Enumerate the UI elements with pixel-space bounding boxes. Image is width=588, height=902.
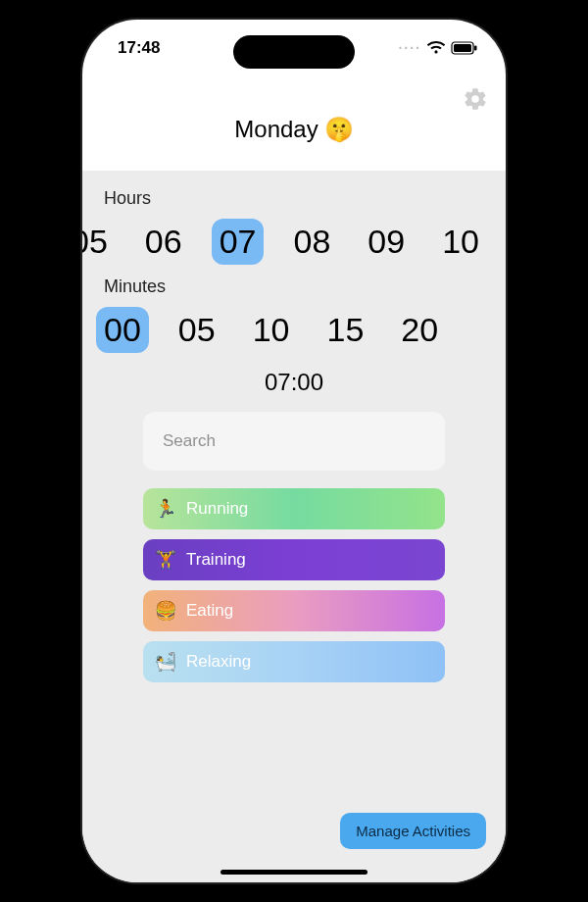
hours-label: Hours xyxy=(82,188,506,215)
home-indicator[interactable] xyxy=(220,870,368,875)
header: Monday 🤫 xyxy=(82,76,506,171)
search-input[interactable]: Search xyxy=(143,412,445,471)
activity-label: Running xyxy=(186,499,248,519)
minute-option[interactable]: 00 xyxy=(96,307,149,353)
page-title: Monday 🤫 xyxy=(234,116,353,143)
minutes-label: Minutes xyxy=(82,276,506,303)
eating-icon: 🍔 xyxy=(155,600,176,622)
minute-option[interactable]: 10 xyxy=(245,307,298,353)
svg-rect-1 xyxy=(454,44,471,52)
training-icon: 🏋️ xyxy=(155,549,176,571)
status-time: 17:48 xyxy=(118,38,160,58)
search-placeholder: Search xyxy=(163,431,216,450)
manage-activities-label: Manage Activities xyxy=(356,823,470,839)
hour-option[interactable]: 05 xyxy=(82,219,116,265)
activity-relaxing[interactable]: 🛀Relaxing xyxy=(143,641,445,682)
dynamic-island xyxy=(233,35,355,69)
minute-option[interactable]: 20 xyxy=(393,307,446,353)
screen: Monday 🤫 Hours 050607080910 Minutes 0005… xyxy=(82,20,506,882)
activity-training[interactable]: 🏋️Training xyxy=(143,539,445,580)
svg-rect-2 xyxy=(474,46,477,51)
wifi-icon xyxy=(427,41,445,55)
manage-activities-button[interactable]: Manage Activities xyxy=(340,813,486,849)
hour-option[interactable]: 08 xyxy=(285,219,338,265)
status-right: ···· xyxy=(398,40,478,56)
relaxing-icon: 🛀 xyxy=(155,651,176,673)
activity-running[interactable]: 🏃Running xyxy=(143,488,445,529)
hour-option[interactable]: 06 xyxy=(137,219,190,265)
hours-wheel[interactable]: 050607080910 xyxy=(82,215,506,271)
minute-option[interactable]: 15 xyxy=(318,307,371,353)
phone-frame: 17:48 ···· Monday 🤫 Hours 050607080910 M… xyxy=(82,20,506,882)
running-icon: 🏃 xyxy=(155,498,176,520)
activity-label: Relaxing xyxy=(186,652,251,672)
activity-label: Training xyxy=(186,550,246,570)
minutes-wheel[interactable]: 0005101520 xyxy=(82,303,506,359)
hour-option[interactable]: 07 xyxy=(212,219,265,265)
hour-option[interactable]: 09 xyxy=(360,219,413,265)
activity-label: Eating xyxy=(186,601,233,621)
page-title-text: Monday xyxy=(234,116,318,143)
hour-option[interactable]: 10 xyxy=(434,219,487,265)
minute-option[interactable]: 05 xyxy=(171,307,223,353)
picker-area: Hours 050607080910 Minutes 0005101520 07… xyxy=(82,171,506,882)
battery-icon xyxy=(451,41,478,55)
activity-list: 🏃Running🏋️Training🍔Eating🛀Relaxing xyxy=(82,488,506,682)
status-dots: ···· xyxy=(398,40,421,56)
settings-button[interactable] xyxy=(463,86,488,112)
activity-eating[interactable]: 🍔Eating xyxy=(143,590,445,631)
page-title-emoji: 🤫 xyxy=(324,116,354,143)
selected-time: 07:00 xyxy=(82,369,506,396)
